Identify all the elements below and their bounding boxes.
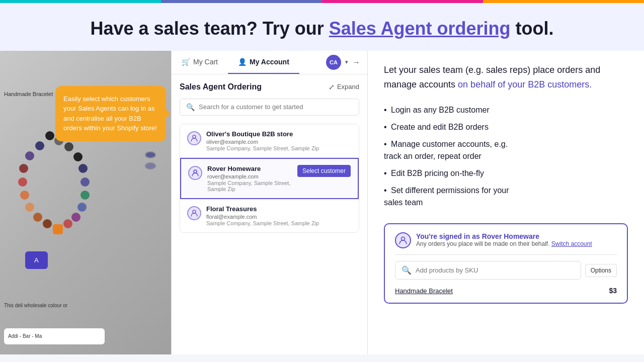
avatar-button[interactable]: CA xyxy=(326,55,341,70)
product-description: This deli wholesale colour or xyxy=(4,302,165,309)
product-image: Handmade Bracelet Easily select which cu… xyxy=(0,51,171,354)
customer-item-2[interactable]: Floral Treasures floral@example.com Samp… xyxy=(180,199,359,232)
feature-item-2: Manage customer accounts, e.g.track an o… xyxy=(384,136,628,165)
additional-info: Addi - Bar - Ma xyxy=(4,328,105,344)
bracelet-circle-1 xyxy=(145,151,156,158)
expand-label: Expand xyxy=(337,83,359,90)
nav-right: CA ▾ → xyxy=(326,51,367,74)
chevron-down-icon: ▾ xyxy=(345,59,348,65)
heading-end: tool. xyxy=(511,18,554,39)
heading-link[interactable]: Sales Agent ordering xyxy=(329,18,511,39)
tab-cart[interactable]: 🛒 My Cart xyxy=(172,51,228,74)
tab-account-label: My Account xyxy=(250,58,289,66)
customer-info-1: Rover Homeware rover@example.com Sample … xyxy=(207,165,297,192)
signed-in-subtitle: Any orders you place will be made on the… xyxy=(416,240,617,247)
feature-item-4: Set different permissions for yoursales … xyxy=(384,182,628,211)
signed-in-row: You're signed in as Rover Homeware Any o… xyxy=(395,232,617,248)
signed-in-card: You're signed in as Rover Homeware Any o… xyxy=(384,223,628,304)
panel-nav: 🛒 My Cart 👤 My Account CA ▾ → xyxy=(172,51,367,74)
product-row-price: $3 xyxy=(609,287,617,295)
features-intro: Let your sales team (e.g. sales reps) pl… xyxy=(384,63,628,92)
features-section: Let your sales team (e.g. sales reps) pl… xyxy=(367,51,644,354)
svg-point-0 xyxy=(193,135,196,138)
feature-item-1: Create and edit B2B orders xyxy=(384,119,628,136)
tooltip-text: Easily select which customers your Sales… xyxy=(63,95,157,132)
options-button[interactable]: Options xyxy=(585,264,617,277)
svg-point-2 xyxy=(193,210,196,213)
product-area: Handmade Bracelet Easily select which cu… xyxy=(0,51,171,354)
signed-in-avatar xyxy=(395,232,411,248)
select-customer-button[interactable]: Select customer xyxy=(297,165,351,177)
customer-email-0: oliver@example.com xyxy=(206,139,352,145)
feature-item-0: Login as any B2B customer xyxy=(384,102,628,119)
product-label: Handmade Bracelet xyxy=(4,91,53,97)
expand-button[interactable]: ⤢ Expand xyxy=(329,83,359,91)
sku-search-input[interactable] xyxy=(416,266,575,274)
customer-info-0: Oliver's Boutique B2B store oliver@examp… xyxy=(206,130,352,151)
user-icon-2 xyxy=(190,209,198,217)
customer-company-0: Sample Company, Sample Street, Sample Zi… xyxy=(206,145,352,151)
panel-header: Sales Agent Ordering ⤢ Expand xyxy=(180,82,359,92)
forward-arrow-icon[interactable]: → xyxy=(352,58,360,67)
main-heading: Have a sales team? Try our Sales Agent o… xyxy=(20,17,624,41)
customer-item-1[interactable]: Rover Homeware rover@example.com Sample … xyxy=(180,158,359,199)
account-icon: 👤 xyxy=(238,58,247,66)
customer-email-2: floral@example.com xyxy=(206,214,352,220)
expand-icon: ⤢ xyxy=(329,83,335,91)
bracelet-circle-2 xyxy=(145,162,156,169)
customer-avatar-0 xyxy=(187,131,201,145)
header-section: Have a sales team? Try our Sales Agent o… xyxy=(0,3,644,51)
signed-in-name: You're signed in as Rover Homeware xyxy=(416,232,617,240)
signed-in-text: You're signed in as Rover Homeware Any o… xyxy=(416,232,617,247)
svg-point-1 xyxy=(194,170,197,173)
customer-company-1: Sample Company, Sample Street, Sample Zi… xyxy=(207,180,297,192)
customer-company-2: Sample Company, Sample Street, Sample Zi… xyxy=(206,220,352,226)
signed-in-user-icon xyxy=(398,236,408,245)
main-content: Handmade Bracelet Easily select which cu… xyxy=(0,51,644,354)
tab-cart-label: My Cart xyxy=(193,58,218,66)
feature-list: Login as any B2B customer Create and edi… xyxy=(384,102,628,211)
panel-body: Sales Agent Ordering ⤢ Expand 🔍 xyxy=(172,74,367,241)
customer-info-2: Floral Treasures floral@example.com Samp… xyxy=(206,205,352,226)
search-bar: 🔍 xyxy=(180,99,359,116)
svg-point-3 xyxy=(401,237,405,241)
customer-avatar-1 xyxy=(188,166,202,180)
add-to-cart-button[interactable]: A xyxy=(25,251,48,269)
customer-name-0: Oliver's Boutique B2B store xyxy=(206,130,352,138)
customer-name-1: Rover Homeware xyxy=(207,165,297,172)
user-icon-1 xyxy=(191,169,199,177)
sku-search-icon: 🔍 xyxy=(401,265,412,275)
feature-item-3: Edit B2B pricing on-the-fly xyxy=(384,165,628,182)
search-icon: 🔍 xyxy=(186,103,195,111)
heading-plain: Have a sales team? Try our xyxy=(91,18,329,39)
customer-item-0[interactable]: Oliver's Boutique B2B store oliver@examp… xyxy=(180,124,359,158)
tooltip-bubble: Easily select which customers your Sales… xyxy=(55,86,166,141)
tab-account[interactable]: 👤 My Account xyxy=(228,51,299,74)
cart-icon: 🛒 xyxy=(182,58,190,66)
customer-name-2: Floral Treasures xyxy=(206,205,352,213)
bracelet-visual xyxy=(15,131,106,272)
bracelet-row xyxy=(145,151,156,169)
features-intro-link[interactable]: on behalf of your B2B customers. xyxy=(458,79,592,89)
switch-account-link[interactable]: Switch account xyxy=(551,240,592,247)
customer-email-1: rover@example.com xyxy=(207,173,297,179)
product-row: Handmade Bracelet $3 xyxy=(395,284,617,295)
sku-search-bar: 🔍 xyxy=(395,261,581,280)
panel-title: Sales Agent Ordering xyxy=(180,82,262,92)
customer-search-input[interactable] xyxy=(199,103,353,111)
ordering-panel: 🛒 My Cart 👤 My Account CA ▾ → Sales Agen… xyxy=(171,51,367,354)
customer-list: Oliver's Boutique B2B store oliver@examp… xyxy=(180,124,359,233)
user-icon-0 xyxy=(190,134,198,142)
product-row-name[interactable]: Handmade Bracelet xyxy=(395,287,453,295)
card-divider xyxy=(395,254,617,255)
customer-avatar-2 xyxy=(187,206,201,220)
